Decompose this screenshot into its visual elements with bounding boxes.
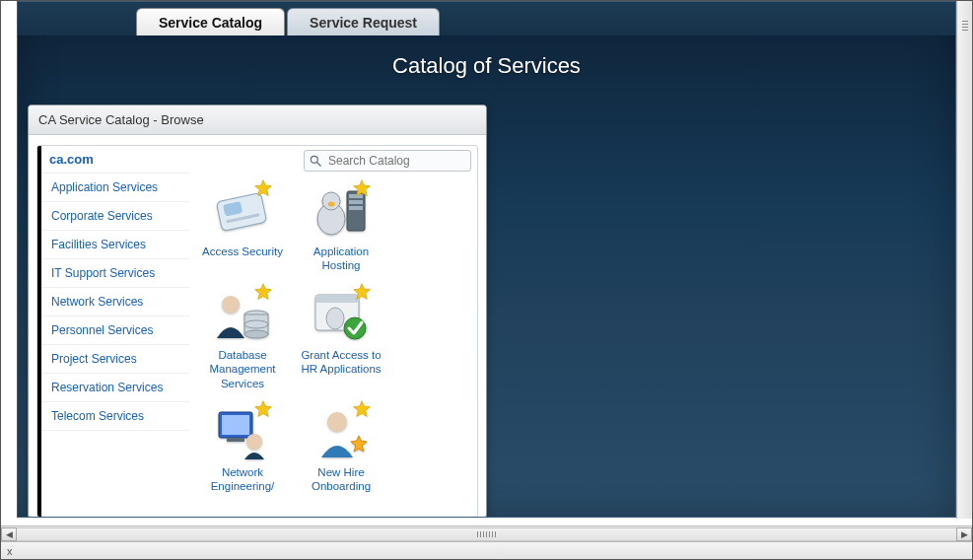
tenant-label[interactable]: ca.com (41, 146, 189, 174)
main-frame: Service Catalog Service Request Catalog … (17, 1, 956, 518)
svg-point-14 (222, 296, 240, 314)
tile-label: Database Management Services (195, 348, 290, 390)
tile-database-management-services[interactable]: Database Management Services (195, 287, 290, 390)
service-grid: Access Security (189, 175, 477, 517)
svg-point-23 (344, 317, 366, 339)
svg-marker-5 (255, 180, 272, 196)
sidebar-item-network-services[interactable]: Network Services (41, 288, 189, 316)
scroll-right-button[interactable]: ▶ (956, 527, 972, 541)
svg-point-30 (327, 412, 347, 432)
star-icon (254, 179, 272, 197)
category-sidebar: ca.com Application Services Corporate Se… (37, 146, 189, 517)
tile-label: Network Engineering/ (195, 465, 290, 494)
tab-service-request[interactable]: Service Request (287, 8, 440, 35)
tile-access-security[interactable]: Access Security (195, 183, 290, 273)
search-wrap[interactable] (304, 150, 471, 172)
search-input[interactable] (324, 154, 462, 168)
svg-marker-24 (354, 284, 371, 300)
app-viewport: Service Catalog Service Request Catalog … (0, 0, 973, 560)
svg-line-1 (317, 163, 321, 167)
netops-icon (207, 404, 278, 461)
tile-label: Access Security (195, 245, 290, 258)
panel-body: ca.com Application Services Corporate Se… (36, 145, 478, 518)
star-icon (353, 400, 371, 418)
status-bar: x (1, 541, 972, 559)
search-row (189, 146, 477, 175)
star-icon (353, 179, 371, 197)
window-check-icon (306, 287, 377, 344)
tab-bar: Service Catalog Service Request (18, 2, 955, 35)
tile-network-engineering[interactable]: Network Engineering/ (195, 404, 290, 494)
star-icon (254, 283, 272, 301)
svg-point-22 (326, 308, 344, 329)
svg-marker-31 (351, 436, 367, 452)
tile-grant-access-hr-apps[interactable]: Grant Access to HR Applications (294, 287, 388, 390)
id-card-icon (207, 183, 278, 241)
sidebar-item-project-services[interactable]: Project Services (41, 345, 189, 374)
scroll-left-button[interactable]: ◀ (1, 527, 17, 541)
sidebar-item-reservation-services[interactable]: Reservation Services (41, 374, 189, 402)
svg-rect-26 (222, 415, 249, 435)
page-title: Catalog of Services (18, 35, 955, 93)
tile-new-hire-onboarding[interactable]: New Hire Onboarding (294, 404, 388, 494)
server-penguin-icon (306, 183, 377, 241)
svg-marker-13 (354, 180, 371, 196)
tile-label: Grant Access to HR Applications (294, 348, 388, 377)
outer-horizontal-scrollbar[interactable]: ◀ ▶ (1, 525, 972, 541)
sidebar-item-it-support-services[interactable]: IT Support Services (41, 259, 189, 288)
tab-service-catalog[interactable]: Service Catalog (136, 8, 285, 35)
star-icon (353, 283, 371, 301)
dba-icon (207, 287, 278, 344)
tile-label: New Hire Onboarding (294, 465, 388, 494)
svg-marker-32 (354, 401, 371, 417)
status-text: x (7, 545, 13, 557)
tile-label: Application Hosting (294, 245, 388, 273)
star-icon (254, 400, 272, 418)
svg-point-28 (246, 434, 262, 450)
svg-rect-27 (227, 438, 244, 442)
panel-title: CA Service Catalog - Browse (29, 105, 486, 135)
svg-marker-29 (255, 401, 272, 417)
catalog-panel: CA Service Catalog - Browse ca.com Appli… (28, 105, 487, 518)
sidebar-item-facilities-services[interactable]: Facilities Services (41, 231, 189, 259)
sidebar-item-corporate-services[interactable]: Corporate Services (41, 202, 189, 231)
svg-point-11 (322, 192, 340, 210)
svg-rect-9 (349, 206, 363, 210)
svg-point-12 (328, 202, 335, 207)
tile-application-hosting[interactable]: Application Hosting (294, 183, 388, 273)
sidebar-item-application-services[interactable]: Application Services (41, 174, 189, 202)
svg-point-0 (311, 156, 317, 163)
svg-rect-8 (349, 200, 363, 204)
search-icon (307, 152, 324, 170)
svg-point-17 (244, 330, 268, 338)
newhire-icon (306, 404, 377, 461)
sidebar-item-telecom-services[interactable]: Telecom Services (41, 402, 189, 431)
svg-marker-19 (255, 284, 272, 300)
sidebar-item-personnel-services[interactable]: Personnel Services (41, 316, 189, 345)
outer-vertical-scrollbar[interactable] (956, 1, 972, 519)
